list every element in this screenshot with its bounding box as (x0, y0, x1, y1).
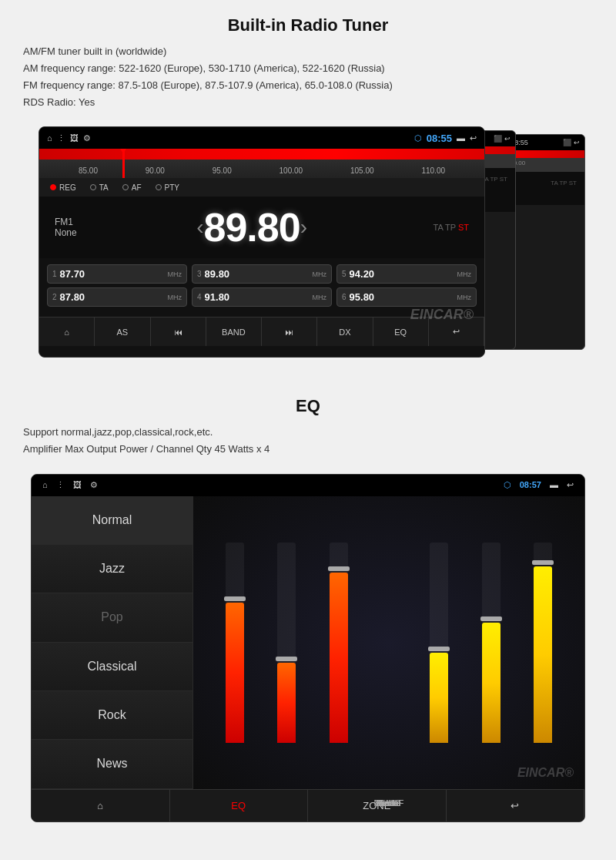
ta-tp-label: TA TP ST (434, 223, 469, 232)
preset-button-3[interactable]: 3 89.80 MHz (192, 264, 332, 284)
freq-prev-button[interactable]: ‹ (196, 215, 203, 240)
preset-button-4[interactable]: 4 91.80 MHz (192, 287, 332, 307)
freq-bar: 85.00 90.00 95.00 100.00 105.00 110.00 (39, 149, 484, 178)
menu-icon: ⋮ (57, 133, 65, 143)
preset-row-1: 1 87.70 MHz 3 89.80 MHz 5 94.20 MHz (47, 264, 477, 284)
eq-settings-icon: ⚙ (90, 480, 98, 489)
eq-menu-rock[interactable]: Rock (32, 691, 192, 740)
preset-button-1[interactable]: 1 87.70 MHz (47, 264, 187, 284)
as-button[interactable]: AS (95, 317, 150, 346)
dx-button[interactable]: DX (317, 317, 373, 346)
eq-bar-treble: Treble (330, 543, 348, 743)
eq-desc: Support normal,jazz,pop,classical,rock,e… (23, 424, 593, 458)
bluetooth-icon: ⬡ (414, 133, 422, 143)
next-button[interactable]: ⏭ (262, 317, 317, 346)
page-content: Built-in Radio Tuner AM/FM tuner built i… (0, 0, 616, 838)
eq-bottom-bar: ⌂ EQ ZONE ↩ (32, 789, 584, 821)
freq-display: 89.80 (204, 204, 300, 250)
radio-screenshots: ⌂ ⋮ 🔵 08:55 ⬛ ↩ 110.00 TA TP ST 110.00 ⌂… (23, 126, 593, 365)
band-label: FM1 (55, 217, 77, 227)
eq-bar-bassf: BassF (430, 543, 448, 743)
eq-main: Normal Jazz Pop Classical Rock (32, 496, 584, 789)
radio-status-bar: ⌂ ⋮ 🖼 ⚙ ⬡ 08:55 ▬ ↩ (39, 127, 484, 149)
radio-watermark: EINCAR® (410, 307, 474, 323)
eq-menu: Normal Jazz Pop Classical Rock (32, 496, 193, 789)
band-button[interactable]: BAND (206, 317, 262, 346)
eq-section: EQ Support normal,jazz,pop,classical,roc… (23, 396, 593, 821)
radio-freq-display: FM1 None ‹ 89.80 › TA TP ST (39, 197, 484, 258)
eq-eq-button[interactable]: EQ (170, 790, 309, 821)
eq-section-title: EQ (23, 396, 593, 416)
eq-bar-middlef: MiddleF (482, 543, 500, 743)
radio-desc: AM/FM tuner built in (worldwide) AM freq… (23, 43, 593, 111)
eq-screenshot: ⌂ ⋮ 🖼 ⚙ ⬡ 08:57 ▬ ↩ Normal (31, 474, 585, 822)
eq-home-icon: ⌂ (42, 480, 48, 489)
eq-back-button[interactable]: ↩ (447, 790, 585, 821)
eq-visualizer: Bass Middle (193, 496, 584, 789)
eq-back-icon: ↩ (567, 480, 574, 489)
status-time: 08:55 (427, 133, 452, 144)
prev-button[interactable]: ⏮ (151, 317, 206, 346)
eq-home-button[interactable]: ⌂ (32, 790, 170, 821)
eq-img-icon: 🖼 (73, 480, 82, 489)
eq-menu-jazz[interactable]: Jazz (32, 545, 192, 593)
freq-bar-red (39, 149, 484, 160)
back-icon: ↩ (470, 133, 477, 143)
home-icon: ⌂ (47, 133, 52, 143)
eq-bluetooth-icon: ⬡ (504, 480, 511, 489)
treblef-label: TrebleF (374, 798, 403, 808)
eq-bar-treblef: TrebleF (534, 543, 552, 743)
preset-button-5[interactable]: 5 94.20 MHz (336, 264, 477, 284)
eq-menu-classical[interactable]: Classical (32, 643, 192, 691)
eq-time: 08:57 (520, 480, 541, 489)
eq-menu-normal[interactable]: Normal (32, 496, 192, 545)
eq-menu-pop[interactable]: Pop (32, 593, 192, 642)
eq-menu-news[interactable]: News (32, 740, 192, 788)
station-label: None (55, 227, 77, 238)
eq-watermark: EINCAR® (517, 766, 574, 780)
image-icon: 🖼 (70, 133, 79, 143)
preset-button-2[interactable]: 2 87.80 MHz (47, 287, 187, 307)
freq-labels: 85.00 90.00 95.00 100.00 105.00 110.00 (39, 166, 484, 175)
radio-options: REG TA AF PTY (39, 178, 484, 197)
settings-icon: ⚙ (83, 133, 91, 143)
eq-status-bar: ⌂ ⋮ 🖼 ⚙ ⬡ 08:57 ▬ ↩ (32, 475, 584, 496)
freq-next-button[interactable]: › (300, 215, 307, 240)
battery-icon: ▬ (457, 133, 465, 143)
eq-bar-middle: Middle (277, 543, 296, 743)
home-button[interactable]: ⌂ (39, 317, 95, 346)
preset-row-2: 2 87.80 MHz 4 91.80 MHz 6 95.80 MHz (47, 287, 477, 307)
eq-menu-icon: ⋮ (56, 480, 65, 489)
radio-main-screenshot: ⌂ ⋮ 🖼 ⚙ ⬡ 08:55 ▬ ↩ 85.00 90.00 (38, 126, 485, 358)
preset-button-6[interactable]: 6 95.80 MHz (336, 287, 477, 307)
eq-battery-icon: ▬ (550, 480, 558, 489)
radio-section-title: Built-in Radio Tuner (23, 15, 593, 35)
freq-needle (122, 149, 125, 178)
eq-bar-bass: Bass (226, 543, 244, 743)
